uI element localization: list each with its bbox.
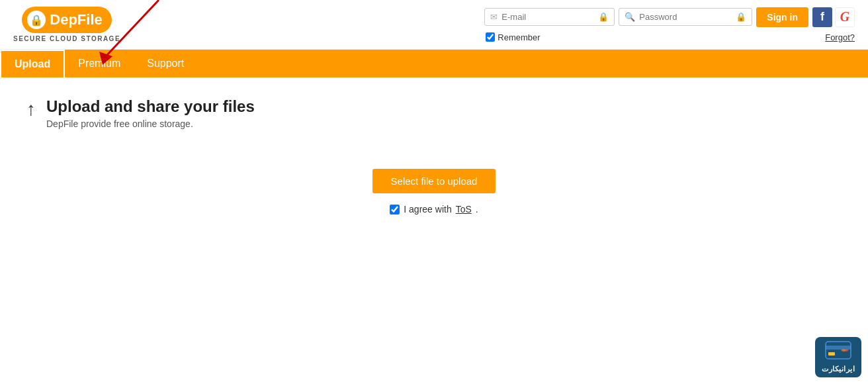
- page-title: Upload and share your files: [46, 97, 255, 116]
- remember-text: Remember: [498, 32, 540, 42]
- auth-area: ✉ 🔒 🔍 🔒 Sign in f G Remember F: [484, 7, 855, 42]
- remember-checkbox[interactable]: [486, 32, 495, 42]
- page-subtitle: DepFile provide free online storage.: [46, 119, 255, 129]
- password-icon: 🔍: [625, 12, 635, 22]
- email-icon: ✉: [490, 12, 498, 22]
- bottom-logo: ایرانیکارت: [815, 337, 861, 377]
- upload-section: Select file to upload I agree with ToS .: [26, 169, 842, 215]
- title-text: Upload and share your files DepFile prov…: [46, 97, 255, 129]
- tos-text: I agree with: [404, 204, 451, 215]
- navbar: Upload Premium Support: [0, 50, 868, 77]
- bottom-logo-text: ایرانیکارت: [822, 365, 855, 373]
- bottom-logo-icon: [825, 341, 851, 363]
- bottom-logo-box: ایرانیکارت: [815, 337, 861, 377]
- svg-rect-3: [826, 346, 851, 350]
- main-content: ↑ Upload and share your files DepFile pr…: [0, 77, 868, 234]
- tos-link[interactable]: ToS: [456, 204, 472, 215]
- password-input[interactable]: [639, 12, 732, 22]
- forgot-link[interactable]: Forgot?: [825, 32, 855, 42]
- google-icon[interactable]: G: [835, 7, 855, 27]
- select-file-button[interactable]: Select file to upload: [372, 169, 496, 193]
- logo-icon: 🔒 DepFile: [22, 7, 111, 33]
- header: 🔒 DepFile SECURE CLOUD STORAGE ✉ 🔒 🔍 🔒 S…: [0, 0, 868, 50]
- lock-icon: 🔒: [27, 11, 46, 29]
- tos-checkbox[interactable]: [390, 205, 400, 215]
- upload-arrow-icon: ↑: [26, 99, 36, 120]
- remember-label[interactable]: Remember: [486, 32, 540, 42]
- auth-bottom: Remember Forgot?: [484, 32, 855, 42]
- password-lock-icon: 🔒: [736, 12, 746, 22]
- nav-item-support[interactable]: Support: [134, 50, 197, 77]
- tos-period: .: [476, 204, 478, 215]
- tos-area: I agree with ToS .: [390, 204, 478, 215]
- signin-button[interactable]: Sign in: [756, 7, 808, 27]
- password-input-wrap: 🔍 🔒: [619, 8, 752, 26]
- facebook-icon[interactable]: f: [812, 7, 832, 27]
- email-lock-icon: 🔒: [598, 12, 609, 22]
- email-input[interactable]: [501, 12, 594, 22]
- svg-rect-4: [828, 352, 835, 356]
- email-input-wrap: ✉ 🔒: [484, 8, 615, 26]
- auth-inputs: ✉ 🔒 🔍 🔒 Sign in f G: [484, 7, 855, 27]
- nav-item-premium[interactable]: Premium: [65, 50, 134, 77]
- logo-subtitle: SECURE CLOUD STORAGE: [13, 35, 120, 42]
- logo-area: 🔒 DepFile SECURE CLOUD STORAGE: [13, 7, 120, 42]
- logo-text: DepFile: [50, 11, 102, 28]
- social-icons: f G: [812, 7, 855, 27]
- nav-item-upload[interactable]: Upload: [0, 50, 65, 77]
- page-title-area: ↑ Upload and share your files DepFile pr…: [26, 97, 842, 129]
